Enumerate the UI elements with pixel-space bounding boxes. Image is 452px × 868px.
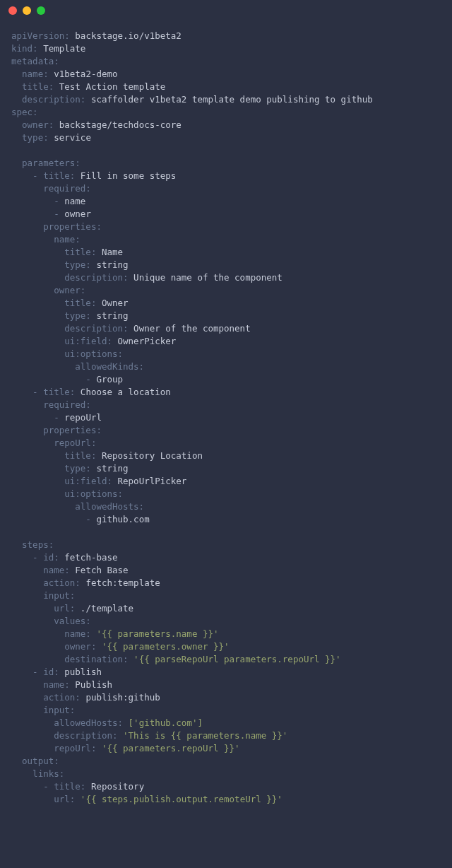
close-icon[interactable]: [8, 6, 17, 15]
key-action: action:: [43, 692, 81, 703]
val-step0-action: fetch:template: [85, 577, 160, 588]
key-required: required:: [43, 399, 91, 410]
key-type: type:: [64, 463, 91, 474]
key-parameters: parameters:: [22, 158, 81, 168]
key-type: type:: [22, 132, 49, 143]
val-required-owner: owner: [64, 209, 91, 219]
val-metadata-description: scaffolder v1beta2 template demo publish…: [91, 94, 373, 105]
key-ui-options: ui:options:: [64, 348, 123, 359]
key-name: name:: [64, 628, 91, 639]
key-title: title:: [64, 450, 96, 461]
key-ui-field: ui:field:: [64, 476, 112, 486]
val-step1-repoUrl: '{{ parameters.repoUrl }}': [102, 743, 240, 753]
key-name: name:: [43, 565, 70, 575]
key-apiVersion: apiVersion:: [11, 30, 70, 41]
val-required-name: name: [64, 196, 85, 206]
val-prop-owner-uifield: OwnerPicker: [118, 336, 177, 346]
key-destination: destination:: [64, 654, 128, 664]
key-properties: properties:: [43, 221, 102, 232]
list-dash: -: [54, 412, 59, 423]
key-description: description:: [54, 730, 117, 741]
val-prop-name-type: string: [96, 259, 128, 270]
key-name: name:: [54, 234, 81, 245]
val-param0-title: Fill in some steps: [81, 170, 176, 181]
key-required: required:: [43, 183, 91, 194]
val-step1-name: Publish: [75, 679, 112, 690]
key-url: url:: [54, 603, 75, 614]
val-prop-owner-title: Owner: [102, 298, 129, 308]
key-title: title:: [54, 781, 85, 792]
key-output: output:: [22, 756, 59, 766]
key-title: title:: [43, 387, 75, 397]
val-prop-repoUrl-title: Repository Location: [102, 450, 203, 461]
list-dash: -: [54, 209, 59, 219]
key-type: type:: [64, 310, 91, 321]
key-allowedHosts: allowedHosts:: [54, 717, 123, 728]
val-step0-values-dest: '{{ parseRepoUrl parameters.repoUrl }}': [133, 654, 341, 664]
maximize-icon[interactable]: [37, 6, 45, 15]
val-step0-url: ./template: [81, 603, 133, 614]
list-dash: -: [43, 781, 49, 792]
key-input: input:: [43, 705, 75, 715]
val-apiVersion: backstage.io/v1beta2: [75, 30, 182, 41]
val-kind: Template: [43, 43, 85, 54]
list-dash: -: [32, 387, 38, 397]
minimize-icon[interactable]: [23, 6, 31, 15]
val-spec-owner: backstage/techdocs-core: [59, 119, 182, 130]
key-owner: owner:: [54, 285, 85, 295]
key-owner: owner:: [64, 641, 96, 652]
key-type: type:: [64, 259, 91, 270]
key-steps: steps:: [22, 539, 54, 550]
val-output-link-title: Repository: [91, 781, 144, 792]
key-id: id:: [43, 552, 59, 563]
val-prop-owner-type: string: [96, 310, 128, 321]
val-step0-name: Fetch Base: [75, 565, 128, 575]
key-description: description:: [64, 323, 128, 334]
val-step1-description: 'This is {{ parameters.name }}': [123, 730, 287, 741]
key-kind: kind:: [11, 43, 38, 54]
val-step1-id: publish: [64, 667, 102, 677]
val-allowedHosts-0: github.com: [96, 514, 149, 524]
key-title: title:: [43, 170, 75, 181]
val-step1-action: publish:github: [85, 692, 160, 703]
key-links: links:: [32, 768, 64, 779]
key-name: name:: [43, 679, 70, 690]
list-dash: -: [85, 514, 91, 524]
key-ui-options: ui:options:: [64, 488, 123, 499]
val-prop-repoUrl-uifield: RepoUrlPicker: [118, 476, 187, 486]
key-description: description:: [64, 272, 128, 283]
list-dash: -: [54, 196, 59, 206]
key-name: name:: [22, 69, 49, 79]
val-allowedKinds-0: Group: [96, 374, 123, 385]
key-allowedKinds: allowedKinds:: [75, 361, 144, 372]
val-step0-id: fetch-base: [64, 552, 117, 563]
list-dash: -: [32, 667, 38, 677]
val-step0-values-owner: '{{ parameters.owner }}': [102, 641, 230, 652]
val-step0-values-name: '{{ parameters.name }}': [96, 628, 218, 639]
val-metadata-title: Test Action template: [59, 81, 166, 92]
key-values: values:: [54, 616, 91, 626]
val-spec-type: service: [54, 132, 91, 143]
key-owner: owner:: [22, 119, 54, 130]
key-metadata: metadata:: [11, 56, 59, 66]
val-prop-name-desc: Unique name of the component: [133, 272, 282, 283]
key-spec: spec:: [11, 107, 38, 117]
window-titlebar: [0, 0, 452, 21]
key-repoUrl: repoUrl:: [54, 438, 96, 448]
key-action: action:: [43, 577, 81, 588]
val-output-link-url: '{{ steps.publish.output.remoteUrl }}': [81, 794, 282, 804]
key-title: title:: [64, 247, 96, 257]
key-description: description:: [22, 94, 85, 105]
key-properties: properties:: [43, 425, 102, 435]
val-metadata-name: v1beta2-demo: [54, 69, 117, 79]
val-required-repoUrl: repoUrl: [64, 412, 102, 423]
key-ui-field: ui:field:: [64, 336, 112, 346]
key-title: title:: [64, 298, 96, 308]
val-prop-owner-desc: Owner of the component: [133, 323, 251, 334]
code-block: apiVersion: backstage.io/v1beta2 kind: T…: [0, 21, 452, 817]
key-id: id:: [43, 667, 59, 677]
val-step1-allowedHosts: ['github.com']: [129, 717, 203, 728]
list-dash: -: [32, 552, 38, 563]
key-repoUrl: repoUrl:: [54, 743, 96, 753]
val-param1-title: Choose a location: [81, 387, 171, 397]
